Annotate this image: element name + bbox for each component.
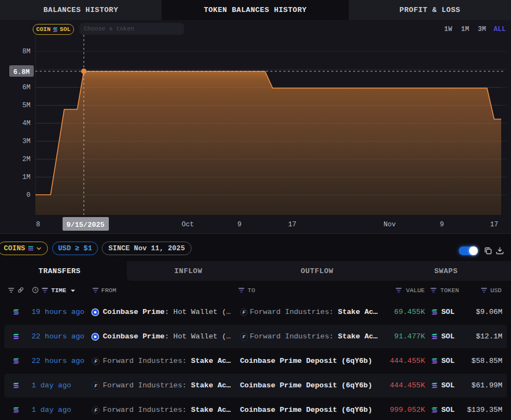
svg-text:3M: 3M [22,138,30,145]
svg-text:9: 9 [237,221,242,228]
svg-text:F: F [95,408,98,413]
svg-text:0: 0 [26,192,30,199]
svg-text:8M: 8M [22,48,30,55]
svg-text:F: F [243,310,246,316]
svg-text:1M: 1M [22,174,30,181]
svg-text:F: F [95,384,98,389]
svg-text:17: 17 [288,221,296,228]
svg-text:17: 17 [490,221,498,228]
svg-text:6.8M: 6.8M [13,69,29,76]
svg-text:Nov: Nov [384,221,396,228]
svg-text:5M: 5M [22,102,30,109]
svg-text:9/15/2025: 9/15/2025 [66,221,104,229]
svg-text:F: F [95,359,98,365]
svg-text:Oct: Oct [182,221,194,228]
svg-text:8: 8 [36,221,40,228]
svg-text:6M: 6M [22,84,30,91]
svg-text:F: F [243,335,246,340]
svg-text:9: 9 [440,221,444,228]
svg-text:2M: 2M [22,156,30,163]
svg-text:4M: 4M [22,120,30,127]
